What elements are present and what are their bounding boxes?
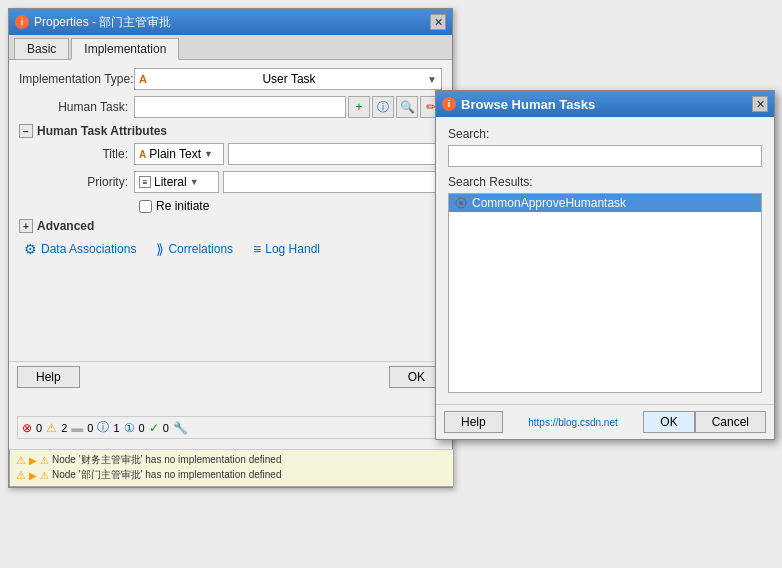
reinitiate-label: Re initiate — [156, 199, 209, 213]
browse-titlebar: i Browse Human Tasks ✕ — [436, 91, 774, 117]
literal-label: Literal — [154, 175, 187, 189]
human-task-row: Human Task: + ⓘ 🔍 ✏ — [19, 96, 442, 118]
browse-dialog: i Browse Human Tasks ✕ Search: Search Re… — [435, 90, 775, 440]
log-handler-label: Log Handl — [265, 242, 320, 256]
error-text-2: Node '部门主管审批' has no implementation defi… — [52, 468, 281, 482]
error-text-1: Node '财务主管审批' has no implementation defi… — [52, 453, 281, 467]
error-icon: ⊗ — [22, 421, 32, 435]
info1-icon: ▬ — [71, 421, 83, 435]
error-line-1: ⚠ ▶ ⚠ Node '财务主管审批' has no implementatio… — [16, 453, 447, 467]
advanced-label: Advanced — [37, 219, 94, 233]
plain-text-icon: A — [139, 149, 146, 160]
title-left: i Properties - 部门主管审批 — [15, 14, 171, 31]
title-row: Title: A Plain Text ▼ — [19, 143, 442, 165]
error-count: 0 — [36, 422, 42, 434]
correlations-link[interactable]: ⟫ Correlations — [156, 241, 233, 257]
browse-ok-button[interactable]: OK — [643, 411, 694, 433]
plain-text-label: Plain Text — [149, 147, 201, 161]
result-item-icon-0 — [454, 196, 468, 210]
error-triangle-2: ▶ — [29, 470, 37, 481]
human-task-attributes-toggle[interactable]: − — [19, 124, 33, 138]
browse-cancel-button[interactable]: Cancel — [695, 411, 766, 433]
info2-count: 1 — [113, 422, 119, 434]
tab-basic[interactable]: Basic — [14, 38, 69, 59]
human-task-attributes-header: − Human Task Attributes — [19, 124, 442, 138]
info2-icon: ⓘ — [97, 419, 109, 436]
human-task-attributes-label: Human Task Attributes — [37, 124, 167, 138]
impl-type-value: User Task — [262, 72, 315, 86]
literal-arrow-icon: ▼ — [190, 177, 199, 187]
search-input[interactable] — [448, 145, 762, 167]
properties-window: i Properties - 部门主管审批 ✕ Basic Implementa… — [8, 8, 453, 488]
priority-row: Priority: ≡ Literal ▼ — [19, 171, 442, 193]
warn-icon-2: ⚠ — [16, 469, 26, 482]
results-label: Search Results: — [448, 175, 762, 189]
plain-text-select[interactable]: A Plain Text ▼ — [134, 143, 224, 165]
properties-icon: i — [15, 15, 29, 29]
title-field-label: Title: — [19, 147, 134, 161]
reinitiate-checkbox[interactable] — [139, 200, 152, 213]
properties-buttons-row: Help OK — [9, 361, 452, 392]
error-line-2: ⚠ ▶ ⚠ Node '部门主管审批' has no implementatio… — [16, 468, 447, 482]
window-content: Implementation Type: A User Task ▼ Human… — [9, 60, 452, 265]
human-task-add-button[interactable]: + — [348, 96, 370, 118]
browse-icon: i — [442, 97, 456, 111]
data-associations-label: Data Associations — [41, 242, 136, 256]
data-associations-icon: ⚙ — [24, 241, 37, 257]
browse-title-left: i Browse Human Tasks — [442, 97, 595, 112]
links-row: ⚙ Data Associations ⟫ Correlations ≡ Log… — [19, 241, 442, 257]
svg-point-1 — [459, 201, 463, 205]
log-handler-link[interactable]: ≡ Log Handl — [253, 241, 320, 257]
warn-badge-2: ⚠ — [40, 470, 49, 481]
literal-select[interactable]: ≡ Literal ▼ — [134, 171, 219, 193]
browse-close-button[interactable]: ✕ — [752, 96, 768, 112]
info3-count: 0 — [139, 422, 145, 434]
browse-content: Search: Search Results: CommonApproveHum… — [436, 117, 774, 403]
browse-title-text: Browse Human Tasks — [461, 97, 595, 112]
human-task-info-button[interactable]: ⓘ — [372, 96, 394, 118]
plain-text-arrow-icon: ▼ — [204, 149, 213, 159]
tools-icon: 🔧 — [173, 421, 188, 435]
result-item-label-0: CommonApproveHumantask — [472, 196, 626, 210]
log-handler-icon: ≡ — [253, 241, 261, 257]
properties-titlebar: i Properties - 部门主管审批 ✕ — [9, 9, 452, 35]
tab-implementation[interactable]: Implementation — [71, 38, 179, 60]
properties-close-button[interactable]: ✕ — [430, 14, 446, 30]
results-list: CommonApproveHumantask — [448, 193, 762, 393]
warn-icon: ⚠ — [46, 421, 57, 435]
search-label: Search: — [448, 127, 762, 141]
info3-icon: ① — [124, 421, 135, 435]
warn-icon-1: ⚠ — [16, 454, 26, 467]
title-value-input[interactable] — [228, 143, 442, 165]
error-triangle-1: ▶ — [29, 455, 37, 466]
impl-type-label: Implementation Type: — [19, 72, 134, 86]
correlations-label: Correlations — [168, 242, 233, 256]
literal-icon: ≡ — [139, 176, 151, 188]
info1-count: 0 — [87, 422, 93, 434]
human-task-input[interactable] — [134, 96, 346, 118]
check-count: 0 — [163, 422, 169, 434]
impl-type-row: Implementation Type: A User Task ▼ — [19, 68, 442, 90]
impl-type-arrow-icon: ▼ — [427, 74, 437, 85]
browse-url: https://blog.csdn.net — [503, 417, 644, 428]
tabs-bar: Basic Implementation — [9, 35, 452, 60]
impl-type-select[interactable]: A User Task ▼ — [134, 68, 442, 90]
data-associations-link[interactable]: ⚙ Data Associations — [24, 241, 136, 257]
reinitiate-row: Re initiate — [139, 199, 442, 213]
advanced-section-header: + Advanced — [19, 219, 442, 233]
error-panel: ⚠ ▶ ⚠ Node '财务主管审批' has no implementatio… — [9, 449, 454, 487]
browse-bottom: Help https://blog.csdn.net OK Cancel — [436, 404, 774, 439]
browse-help-button[interactable]: Help — [444, 411, 503, 433]
human-task-search-button[interactable]: 🔍 — [396, 96, 418, 118]
impl-type-icon: A — [139, 73, 147, 85]
check-icon: ✓ — [149, 421, 159, 435]
properties-help-button[interactable]: Help — [17, 366, 80, 388]
result-item-0[interactable]: CommonApproveHumantask — [449, 194, 761, 212]
properties-title: Properties - 部门主管审批 — [34, 14, 171, 31]
warn-count: 2 — [61, 422, 67, 434]
correlations-icon: ⟫ — [156, 241, 164, 257]
advanced-toggle[interactable]: + — [19, 219, 33, 233]
priority-value-input[interactable] — [223, 171, 442, 193]
human-task-label: Human Task: — [19, 100, 134, 114]
status-icons-bar: ⊗ 0 ⚠ 2 ▬ 0 ⓘ 1 ① 0 ✓ 0 🔧 — [17, 416, 462, 439]
